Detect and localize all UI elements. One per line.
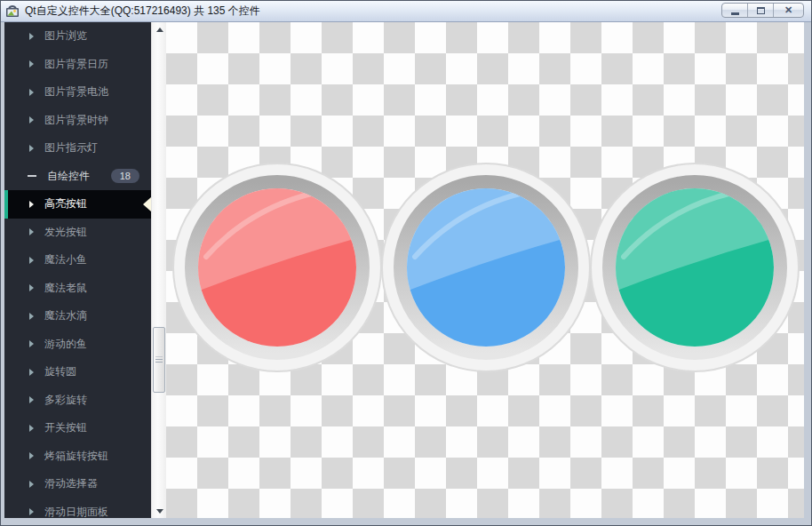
item-count-badge: 18 bbox=[111, 169, 139, 183]
close-button[interactable]: ✕ bbox=[774, 4, 803, 17]
sidebar-item-label: 图片背景日历 bbox=[44, 57, 108, 72]
expand-arrow-icon bbox=[29, 284, 34, 291]
sidebar-item-label: 开关按钮 bbox=[44, 420, 87, 435]
sidebar-item-4[interactable]: 图片指示灯 bbox=[4, 134, 151, 163]
close-icon: ✕ bbox=[784, 5, 792, 15]
expand-arrow-icon bbox=[29, 201, 34, 208]
sidebar-item-13[interactable]: 多彩旋转 bbox=[4, 387, 151, 415]
expand-arrow-icon bbox=[29, 481, 34, 488]
sidebar-item-15[interactable]: 烤箱旋转按钮 bbox=[4, 442, 151, 471]
expand-arrow-icon bbox=[29, 145, 34, 152]
expand-arrow-icon bbox=[29, 313, 34, 320]
sidebar-scrollbar[interactable] bbox=[151, 22, 166, 518]
sidebar-item-label: 滑动日期面板 bbox=[44, 505, 108, 518]
expand-arrow-icon bbox=[29, 228, 34, 235]
sidebar-item-7[interactable]: 发光按钮 bbox=[4, 219, 151, 247]
sidebar-item-label: 高亮按钮 bbox=[44, 196, 87, 211]
expand-arrow-icon bbox=[29, 425, 34, 432]
scroll-up-button[interactable] bbox=[152, 22, 167, 36]
scroll-down-button[interactable] bbox=[152, 504, 167, 518]
expand-arrow-icon bbox=[29, 33, 34, 40]
maximize-icon bbox=[757, 7, 765, 14]
sidebar-item-3[interactable]: 图片背景时钟 bbox=[4, 107, 151, 135]
sidebar: 图片浏览 图片背景日历 图片背景电池 图片背景时钟 bbox=[4, 22, 151, 518]
maximize-button[interactable] bbox=[748, 4, 774, 17]
sidebar-item-label: 图片背景时钟 bbox=[44, 113, 108, 128]
sidebar-item-17[interactable]: 滑动日期面板 bbox=[4, 498, 151, 519]
sidebar-item-2[interactable]: 图片背景电池 bbox=[4, 78, 151, 107]
sidebar-item-label: 魔法老鼠 bbox=[44, 281, 87, 296]
sidebar-item-12[interactable]: 旋转圆 bbox=[4, 358, 151, 387]
sidebar-item-label: 多彩旋转 bbox=[44, 393, 87, 408]
expand-arrow-icon bbox=[29, 257, 34, 264]
expand-arrow-icon bbox=[29, 60, 34, 68]
thumb-grip-icon bbox=[155, 357, 163, 363]
sidebar-item-label: 魔法小鱼 bbox=[44, 252, 87, 267]
sidebar-item-14[interactable]: 开关按钮 bbox=[4, 414, 151, 442]
sidebar-item-label: 游动的鱼 bbox=[44, 337, 87, 352]
arrow-up-icon bbox=[156, 28, 163, 32]
sidebar-item-label: 图片浏览 bbox=[44, 28, 87, 44]
sidebar-item-10[interactable]: 魔法水滴 bbox=[4, 302, 151, 331]
expand-arrow-icon bbox=[29, 452, 34, 459]
client-area: 图片浏览 图片背景日历 图片背景电池 图片背景时钟 bbox=[4, 22, 804, 518]
minimize-button[interactable] bbox=[722, 4, 748, 17]
sidebar-item-5[interactable]: 自绘控件 18 bbox=[4, 163, 151, 191]
picture-icon bbox=[5, 4, 20, 19]
sidebar-item-11[interactable]: 游动的鱼 bbox=[4, 331, 151, 359]
sidebar-item-label: 图片指示灯 bbox=[44, 140, 98, 155]
window-controls: ✕ bbox=[721, 3, 804, 18]
sidebar-item-16[interactable]: 滑动选择器 bbox=[4, 470, 151, 498]
sidebar-item-label: 自绘控件 bbox=[47, 169, 90, 184]
sidebar-item-label: 魔法水滴 bbox=[44, 308, 87, 323]
sidebar-item-8[interactable]: 魔法小鱼 bbox=[4, 246, 151, 275]
sidebar-item-9[interactable]: 魔法老鼠 bbox=[4, 275, 151, 303]
sidebar-item-label: 烤箱旋转按钮 bbox=[44, 449, 108, 464]
sidebar-item-1[interactable]: 图片背景日历 bbox=[4, 51, 151, 79]
sidebar-item-0[interactable]: 图片浏览 bbox=[4, 22, 151, 51]
sidebar-item-label: 发光按钮 bbox=[44, 225, 87, 240]
demo-canvas bbox=[166, 22, 804, 518]
window-title: Qt自定义控件大全(QQ:517216493) 共 135 个控件 bbox=[25, 4, 260, 19]
app-window: Qt自定义控件大全(QQ:517216493) 共 135 个控件 ✕ 图片浏览… bbox=[0, 0, 812, 526]
expand-arrow-icon bbox=[29, 396, 34, 403]
expand-arrow-icon bbox=[29, 89, 34, 96]
expand-arrow-icon bbox=[29, 369, 34, 376]
selected-marker-icon bbox=[143, 197, 151, 211]
sidebar-item-label: 图片背景电池 bbox=[44, 84, 108, 100]
expand-arrow-icon bbox=[29, 508, 34, 515]
expand-arrow-icon bbox=[29, 116, 34, 124]
sidebar-item-6[interactable]: 高亮按钮 bbox=[4, 190, 151, 219]
sidebar-item-label: 旋转圆 bbox=[44, 364, 76, 379]
expand-arrow-icon bbox=[29, 340, 34, 347]
titlebar: Qt自定义控件大全(QQ:517216493) 共 135 个控件 ✕ bbox=[1, 1, 811, 22]
minimize-icon bbox=[731, 12, 739, 15]
collapse-minus-icon bbox=[28, 175, 36, 177]
sidebar-item-label: 滑动选择器 bbox=[44, 476, 98, 491]
scrollbar-thumb[interactable] bbox=[153, 327, 165, 393]
arrow-down-icon bbox=[156, 509, 163, 514]
